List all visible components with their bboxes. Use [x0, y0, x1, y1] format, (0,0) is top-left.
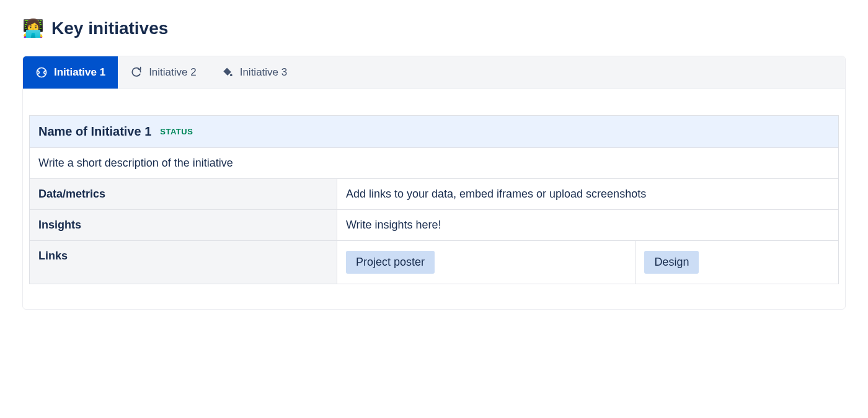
- title-row: Name of Initiative 1 STATUS: [30, 116, 839, 148]
- row-value-data-metrics: Add links to your data, embed iframes or…: [337, 179, 838, 210]
- status-badge: STATUS: [160, 127, 193, 136]
- row-label-insights: Insights: [30, 210, 337, 241]
- section-heading: 👩‍💻 Key initiatives: [22, 19, 846, 38]
- paint-bucket-icon: [221, 66, 234, 79]
- description-row: Write a short description of the initiat…: [30, 148, 839, 179]
- link-cell-1: Project poster: [337, 241, 636, 284]
- tab-initiative-3[interactable]: Initiative 3: [209, 56, 300, 89]
- refresh-icon: [130, 66, 143, 79]
- heading-emoji: 👩‍💻: [22, 20, 44, 37]
- tab-initiative-1[interactable]: Initiative 1: [23, 56, 118, 89]
- row-label-data-metrics: Data/metrics: [30, 179, 337, 210]
- tab-label: Initiative 3: [240, 66, 288, 79]
- tab-label: Initiative 1: [54, 66, 105, 79]
- tab-label: Initiative 2: [149, 66, 197, 79]
- tennis-icon: [35, 66, 48, 79]
- tab-initiative-2[interactable]: Initiative 2: [118, 56, 209, 89]
- row-value-insights: Write insights here!: [337, 210, 838, 241]
- initiative-description: Write a short description of the initiat…: [38, 157, 233, 169]
- initiative-details-table: Name of Initiative 1 STATUS Write a shor…: [29, 115, 839, 284]
- link-design[interactable]: Design: [644, 251, 699, 274]
- link-project-poster[interactable]: Project poster: [346, 251, 435, 274]
- table-row: Insights Write insights here!: [30, 210, 839, 241]
- svg-point-0: [37, 68, 46, 77]
- initiative-name: Name of Initiative 1: [38, 124, 151, 139]
- initiatives-panel: Initiative 1 Initiative 2: [22, 56, 846, 310]
- tabs-bar: Initiative 1 Initiative 2: [23, 56, 845, 89]
- svg-point-1: [230, 74, 232, 76]
- table-row: Data/metrics Add links to your data, emb…: [30, 179, 839, 210]
- links-row: Links Project poster Design: [30, 241, 839, 284]
- link-cell-2: Design: [636, 241, 839, 284]
- page-title: Key initiatives: [51, 19, 168, 38]
- row-label-links: Links: [30, 241, 337, 284]
